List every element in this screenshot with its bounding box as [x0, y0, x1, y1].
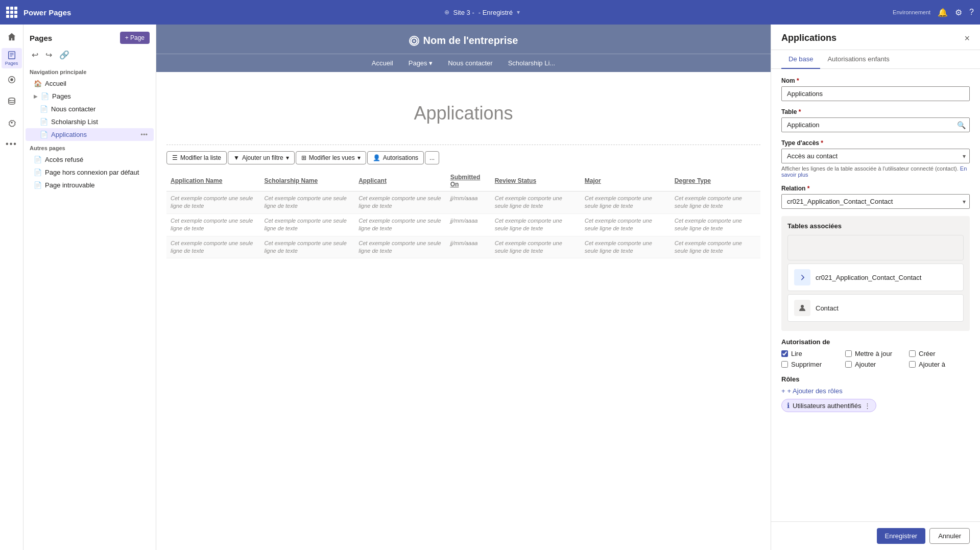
link-button[interactable]: 🔗 — [57, 49, 71, 61]
ajouter-filtre-button[interactable]: ▼ Ajouter un filtre ▾ — [228, 151, 295, 164]
panel-close-button[interactable]: × — [964, 34, 970, 43]
page-icon-pi: 📄 — [34, 181, 42, 189]
perm-ajouter-checkbox[interactable] — [845, 361, 852, 368]
nom-input[interactable] — [781, 86, 970, 101]
nav-item-acces-refuse[interactable]: 📄 Accès refusé — [26, 153, 154, 166]
nav-item-more[interactable]: ••• — [140, 131, 148, 138]
panel-tabs: De base Autorisations enfants — [771, 50, 980, 69]
page-title-section: Applications — [156, 72, 771, 145]
col-submitted-on[interactable]: Submitted On Submitted On — [446, 171, 491, 192]
notification-icon[interactable]: 🔔 — [938, 8, 948, 17]
access-type-select-wrapper: Accès au contact Accès global Accès pers… — [781, 149, 970, 163]
roles-section: Rôles + + Ajouter des rôles ℹ Utilisateu… — [781, 375, 970, 412]
settings-icon[interactable]: ⚙ — [955, 8, 962, 17]
autorisation-section: Autorisation de Lire Mettre à jour Créer — [781, 338, 970, 368]
cancel-button[interactable]: Annuler — [929, 528, 970, 544]
nav-item-page-hors-connexion[interactable]: 📄 Page hors connexion par défaut — [26, 166, 154, 179]
modifier-liste-button[interactable]: ☰ Modifier la liste — [166, 151, 227, 164]
table-label: Table * — [781, 108, 970, 115]
waffle-icon[interactable] — [6, 7, 17, 18]
nav-toolbar: ↩ ↪ 🔗 — [23, 49, 156, 65]
perm-ajouter-a-checkbox[interactable] — [909, 361, 916, 368]
nom-field-group: Nom * — [781, 77, 970, 101]
sidebar-item-more[interactable]: ••• — [2, 134, 22, 154]
site-nav-pages[interactable]: Pages ▾ — [409, 59, 433, 67]
nav-item-nous-contacter[interactable]: 📄 Nous contacter — [26, 103, 154, 115]
site-nav-accueil[interactable]: Accueil — [372, 59, 393, 67]
access-type-field-group: Type d'accès * Accès au contact Accès gl… — [781, 139, 970, 178]
perm-lire[interactable]: Lire — [781, 350, 842, 357]
col-applicant[interactable]: Applicant — [354, 171, 446, 192]
perm-lire-checkbox[interactable] — [781, 350, 788, 357]
col-degree-type[interactable]: Degree Type Degree Type — [671, 171, 760, 192]
save-button[interactable]: Enregistrer — [877, 528, 926, 544]
col-app-name[interactable]: Application Name — [166, 171, 260, 192]
perm-creer[interactable]: Créer — [909, 350, 970, 357]
table-cell: Cet exemple comporte une seule ligne de … — [260, 213, 354, 236]
sidebar-item-pages[interactable]: Pages — [2, 48, 22, 68]
access-hint: Afficher les lignes de la table associée… — [781, 165, 970, 178]
tab-de-base[interactable]: De base — [781, 50, 820, 69]
pages-label: Pages — [5, 61, 18, 66]
sidebar-item-styles[interactable] — [2, 69, 22, 90]
col-review-status[interactable]: Review Status Review Status — [491, 171, 581, 192]
relation-card-cr021: cr021_Application_Contact_Contact — [787, 264, 964, 291]
sidebar-item-configure[interactable] — [2, 112, 22, 133]
autorisation-title: Autorisation de — [781, 338, 970, 346]
topbar-center: ⊕ Site 3 - - Enregistré ▾ — [76, 9, 888, 16]
relation-select[interactable]: cr021_Application_Contact_Contact — [781, 194, 970, 209]
more-options-button[interactable]: ... — [425, 151, 439, 164]
table-search-input[interactable] — [781, 117, 970, 132]
svg-point-7 — [801, 305, 804, 308]
add-role-button[interactable]: + + Ajouter des rôles — [781, 387, 843, 395]
topbar: Power Pages ⊕ Site 3 - - Enregistré ▾ En… — [0, 0, 980, 25]
redo-button[interactable]: ↪ — [43, 49, 54, 61]
relation-required: * — [807, 185, 810, 192]
nav-item-scholarship-list[interactable]: 📄 Scholarship List — [26, 115, 154, 128]
role-badge-more[interactable]: ⋮ — [864, 402, 871, 410]
undo-button[interactable]: ↩ — [30, 49, 40, 61]
nav-item-applications[interactable]: 📄 Applications ••• — [26, 128, 154, 141]
perm-ajouter-a[interactable]: Ajouter à — [909, 361, 970, 368]
perm-mettre-a-jour-checkbox[interactable] — [845, 350, 852, 357]
perm-mettre-a-jour[interactable]: Mettre à jour — [845, 350, 906, 357]
perm-supprimer[interactable]: Supprimer — [781, 361, 842, 368]
filter-dropdown-icon: ▾ — [286, 154, 289, 161]
search-icon: 🔍 — [957, 121, 966, 129]
autorisations-button[interactable]: 👤 Autorisations — [367, 151, 424, 164]
perm-creer-checkbox[interactable] — [909, 350, 916, 357]
svg-rect-0 — [8, 52, 15, 59]
tables-associees-section: Tables associées cr021_Application_Conta… — [781, 216, 970, 331]
access-type-select[interactable]: Accès au contact Accès global Accès pers… — [781, 149, 970, 163]
sidebar-item-data[interactable] — [2, 91, 22, 111]
modifier-vues-button[interactable]: ⊞ Modifier les vues ▾ — [296, 151, 366, 164]
relation-label: Relation * — [781, 185, 970, 192]
nav-item-pages[interactable]: ▶ 📄 Pages — [26, 90, 154, 103]
table-cell: jj/mm/aaaa — [446, 213, 491, 236]
nav-item-label-pages: Pages — [52, 92, 71, 100]
panel-header: Applications × — [771, 25, 980, 50]
dropdown-arrow-icon[interactable]: ▾ — [517, 9, 520, 16]
add-page-button[interactable]: + Page — [120, 32, 150, 44]
auth-icon: 👤 — [373, 154, 380, 161]
table-cell: Cet exemple comporte une seule ligne de … — [581, 213, 671, 236]
table-cell: Cet exemple comporte une seule ligne de … — [166, 192, 260, 214]
perm-supprimer-checkbox[interactable] — [781, 361, 788, 368]
table-required: * — [799, 108, 801, 115]
table-cell: Cet exemple comporte une seule ligne de … — [491, 213, 581, 236]
site-icon: ⊕ — [444, 9, 449, 16]
relation-card-contact-label: Contact — [816, 304, 839, 312]
nav-item-accueil[interactable]: 🏠 Accueil — [26, 77, 154, 90]
col-scholarship-name[interactable]: Scholarship Name Scholarship Name — [260, 171, 354, 192]
perm-ajouter[interactable]: Ajouter — [845, 361, 906, 368]
help-icon[interactable]: ? — [969, 8, 974, 17]
table-row: Cet exemple comporte une seule ligne de … — [166, 213, 760, 236]
page-icon: 📄 — [41, 92, 49, 100]
site-nav-scholarship[interactable]: Scholarship Li... — [508, 59, 556, 67]
nav-item-page-introuvable[interactable]: 📄 Page introuvable — [26, 179, 154, 192]
col-major[interactable]: Major — [581, 171, 671, 192]
tab-autorisations-enfants[interactable]: Autorisations enfants — [820, 50, 896, 69]
nav-item-label-scholarship-list: Scholarship List — [51, 118, 98, 126]
sidebar-item-home[interactable] — [2, 27, 22, 47]
site-nav-nous-contacter[interactable]: Nous contacter — [448, 59, 492, 67]
